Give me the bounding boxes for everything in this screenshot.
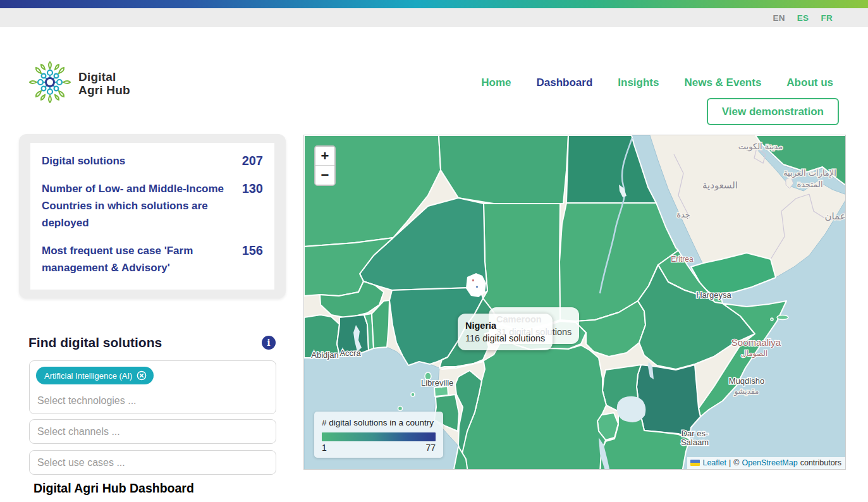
choropleth-map[interactable]: Abidjan Accra Libreville Hargeysa Muqdis… — [303, 135, 846, 470]
zoom-out-button[interactable]: − — [315, 166, 334, 185]
label-kuwait-city: مدينة الكويت — [738, 142, 783, 152]
technologies-placeholder: Select technologies ... — [37, 395, 137, 407]
stats-card: Digital solutions 207 Number of Low- and… — [30, 143, 274, 290]
logo-text: DigitalAgri Hub — [78, 70, 130, 97]
label-muqdisho: Muqdisho — [729, 376, 764, 386]
page-caption: Digital Agri Hub Dashboard — [34, 481, 194, 496]
lang-fr[interactable]: FR — [821, 13, 833, 23]
lang-en[interactable]: EN — [773, 13, 785, 23]
nav-insights[interactable]: Insights — [618, 77, 659, 89]
attribution-copyright: © — [733, 458, 739, 467]
map-legend: # digital solutions in a country 1 77 — [314, 412, 443, 458]
label-saudi-arabia: السعودية — [702, 180, 738, 191]
tag-label: Artificial Intelligence (AI) — [44, 371, 132, 381]
channels-placeholder: Select channels ... — [37, 426, 120, 438]
language-bar: EN ES FR — [0, 8, 868, 27]
label-hargeysa: Hargeysa — [696, 290, 731, 300]
label-uae-line2: المتحدة — [797, 180, 822, 189]
attribution-suffix: contributors — [800, 458, 841, 467]
info-icon[interactable]: i — [262, 336, 276, 350]
stat-row-lmic-countries: Number of Low- and Middle-Income Countri… — [42, 180, 263, 231]
map-attribution: Leaflet | © OpenStreetMap contributors — [687, 457, 845, 469]
stats-panel: Digital solutions 207 Number of Low- and… — [19, 134, 286, 298]
legend-gradient-bar — [322, 432, 436, 441]
stat-row-digital-solutions: Digital solutions 207 — [42, 152, 263, 169]
nav-home[interactable]: Home — [481, 77, 511, 89]
nav-news-events[interactable]: News & Events — [684, 77, 761, 89]
logo[interactable]: DigitalAgri Hub — [29, 61, 130, 106]
osm-link[interactable]: OpenStreetMap — [742, 458, 797, 467]
logo-flower-icon — [29, 61, 71, 106]
island-principe — [411, 393, 415, 396]
nav-about-us[interactable]: About us — [786, 77, 833, 89]
country-libya[interactable] — [439, 135, 568, 204]
brand-gradient-bar — [0, 0, 868, 8]
attribution-separator: | — [729, 458, 731, 467]
leaflet-link[interactable]: Leaflet — [702, 458, 726, 467]
map-zoom-control: + − — [314, 145, 336, 186]
tooltip-value: 116 digital solutions — [465, 332, 545, 345]
country-equatorial-guinea[interactable] — [434, 386, 448, 396]
label-somalia-arabic: الصومال — [741, 349, 767, 358]
map-tooltip-nigeria: Nigeria 116 digital solutions — [458, 314, 553, 350]
main-nav: Home Dashboard Insights News & Events Ab… — [481, 77, 833, 89]
country-kenya[interactable] — [637, 365, 700, 438]
selected-technology-tag[interactable]: Artificial Intelligence (AI) — [36, 367, 154, 384]
label-accra: Accra — [339, 348, 361, 358]
use-cases-placeholder: Select use cases ... — [37, 457, 125, 468]
tooltip-country: Nigeria — [465, 319, 545, 332]
legend-title: # digital solutions in a country — [322, 418, 436, 427]
stat-value: 156 — [242, 242, 263, 276]
label-muqdisho-arabic: مقديشو — [733, 387, 759, 396]
stat-label: Most frequent use case 'Farm management … — [42, 242, 231, 276]
channels-multiselect[interactable]: Select channels ... — [29, 419, 276, 444]
label-oman: عمان — [824, 211, 845, 222]
technologies-multiselect[interactable]: Artificial Intelligence (AI) Select tech… — [29, 360, 276, 414]
dashboard-screenshot: EN ES FR — [0, 0, 868, 502]
label-dar-line2: Salaam — [681, 438, 709, 447]
stat-label: Number of Low- and Middle-Income Countri… — [42, 180, 231, 231]
label-uae-line1: الإمارات العربية — [783, 168, 836, 178]
lang-es[interactable]: ES — [797, 13, 809, 23]
find-solutions-heading: Find digital solutions — [28, 335, 162, 350]
stat-label: Digital solutions — [42, 152, 125, 169]
remove-tag-icon[interactable] — [137, 370, 147, 381]
island-sao-tome — [398, 407, 403, 411]
label-libreville: Libreville — [421, 378, 453, 388]
nav-dashboard[interactable]: Dashboard — [536, 77, 592, 89]
island-socotra — [777, 315, 788, 320]
stat-value: 130 — [242, 180, 263, 231]
legend-max: 77 — [425, 443, 436, 453]
stat-value: 207 — [242, 152, 263, 169]
stat-row-top-use-case: Most frequent use case 'Farm management … — [42, 242, 263, 276]
site-header: DigitalAgri Hub Home Dashboard Insights … — [0, 27, 868, 87]
use-cases-multiselect[interactable]: Select use cases ... — [29, 450, 276, 475]
island-socotra-small — [771, 318, 773, 321]
label-jeddah: جدة — [676, 210, 690, 219]
view-demonstration-button[interactable]: View demonstration — [707, 98, 839, 125]
legend-min: 1 — [322, 443, 327, 453]
label-eritrea: Eritrea — [671, 255, 694, 264]
label-dar-line1: Dar es- — [682, 429, 709, 438]
ukraine-flag-icon — [690, 460, 700, 466]
label-somalia: Soomaaliya — [731, 337, 781, 348]
label-abidjan: Abidjan — [311, 350, 338, 360]
lake-victoria — [617, 396, 646, 422]
zoom-in-button[interactable]: + — [315, 147, 334, 166]
